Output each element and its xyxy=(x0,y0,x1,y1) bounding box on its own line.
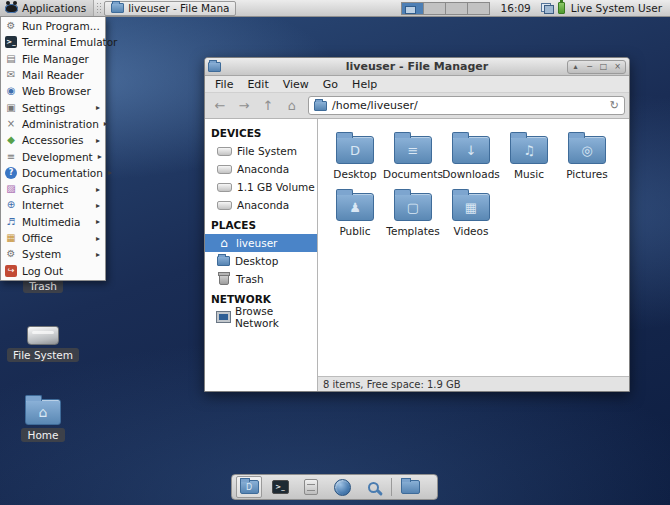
applications-label: Applications xyxy=(22,2,86,14)
clock[interactable]: 16:09 xyxy=(495,2,537,14)
submenu-arrow-icon: ▸ xyxy=(104,119,108,128)
menu-item-development[interactable]: ≡ Development ▸ xyxy=(1,148,105,164)
folder-documents[interactable]: ≡ Documents xyxy=(384,131,442,180)
menu-edit[interactable]: Edit xyxy=(240,78,275,91)
network-icon[interactable] xyxy=(541,3,554,14)
menu-item-graphics[interactable]: ▨ Graphics ▸ xyxy=(1,181,105,197)
battery-icon[interactable] xyxy=(558,2,565,14)
folder-desktop[interactable]: D Desktop xyxy=(326,131,384,180)
folder-icon: ♟ xyxy=(336,193,374,221)
log-out-icon: ↪ xyxy=(5,265,17,277)
folder-pictures[interactable]: ◎ Pictures xyxy=(558,131,616,180)
dock-item-file-manager[interactable] xyxy=(298,476,324,498)
desktop-icon-label: Trash xyxy=(23,279,63,293)
shade-button[interactable]: ▴ xyxy=(569,61,582,73)
submenu-arrow-icon: ▸ xyxy=(96,234,100,243)
dock-item-terminal[interactable]: >_ xyxy=(267,476,293,498)
dock-item-web-browser[interactable] xyxy=(329,476,355,498)
menu-item-label: System xyxy=(22,248,61,260)
minimize-button[interactable]: − xyxy=(583,61,596,73)
folder-icon xyxy=(111,3,124,13)
desktop-icon-home[interactable]: ⌂ Home xyxy=(5,394,81,442)
dock-item-search[interactable] xyxy=(360,476,386,498)
dock-item-folder[interactable] xyxy=(397,476,423,498)
folder-templates[interactable]: ▢ Templates xyxy=(384,188,442,237)
submenu-arrow-icon: ▸ xyxy=(96,103,100,112)
menu-item-office[interactable]: ▦ Office ▸ xyxy=(1,230,105,246)
sidebar-item-volume[interactable]: 1.1 GB Volume xyxy=(205,178,317,196)
sidebar-item-label: Trash xyxy=(236,273,264,285)
sidebar-item-label: Desktop xyxy=(235,255,278,267)
maximize-button[interactable]: □ xyxy=(597,61,610,73)
file-cabinet-icon xyxy=(304,479,318,495)
dock-separator xyxy=(391,478,392,496)
folder-videos[interactable]: ▦ Videos xyxy=(442,188,500,237)
taskbar-item-file-manager[interactable]: liveuser - File Manager xyxy=(104,1,236,16)
dock-item-desktop[interactable]: D xyxy=(236,476,262,498)
menu-item-administration[interactable]: × Administration ▸ xyxy=(1,116,105,132)
window-controls: ▴ − □ × xyxy=(567,60,626,74)
workspace-3[interactable] xyxy=(445,2,468,15)
sidebar-item-label: Anaconda xyxy=(237,163,289,175)
mail-icon: ✉ xyxy=(5,69,17,81)
menu-go[interactable]: Go xyxy=(316,78,345,91)
workspace-2[interactable] xyxy=(423,2,446,15)
submenu-arrow-icon: ▸ xyxy=(96,185,100,194)
menu-file[interactable]: File xyxy=(208,78,240,91)
sidebar-item-liveuser[interactable]: ⌂ liveuser xyxy=(205,234,317,252)
workspace-4[interactable] xyxy=(467,2,490,15)
sidebar-item-browse-network[interactable]: Browse Network xyxy=(205,308,317,326)
workspace-switcher[interactable] xyxy=(402,2,490,15)
back-button[interactable]: ← xyxy=(209,96,231,116)
menu-item-multimedia[interactable]: ♬ Multimedia ▸ xyxy=(1,214,105,230)
development-icon: ≡ xyxy=(5,151,17,163)
folder-downloads[interactable]: ↓ Downloads xyxy=(442,131,500,180)
menu-help[interactable]: Help xyxy=(345,78,384,91)
sidebar: DEVICES File System Anaconda 1.1 GB Volu… xyxy=(205,119,318,391)
sidebar-item-file-system[interactable]: File System xyxy=(205,142,317,160)
workspace-1[interactable] xyxy=(401,2,424,15)
tools-icon: × xyxy=(5,118,17,130)
file-manager-window: liveuser - File Manager ▴ − □ × File Edi… xyxy=(204,57,630,392)
path-input[interactable]: /home/liveuser/ ↻ xyxy=(308,96,625,115)
home-button[interactable]: ⌂ xyxy=(281,96,303,116)
close-button[interactable]: × xyxy=(611,61,624,73)
folder-public[interactable]: ♟ Public xyxy=(326,188,384,237)
menu-item-file-manager[interactable]: ▤ File Manager xyxy=(1,51,105,67)
menu-item-system[interactable]: ⚙ System ▸ xyxy=(1,246,105,262)
trash-icon xyxy=(219,274,229,285)
sidebar-item-trash[interactable]: Trash xyxy=(205,270,317,288)
menu-item-label: Multimedia xyxy=(22,216,80,228)
menu-item-terminal-emulator[interactable]: >_ Terminal Emulator xyxy=(1,34,105,50)
menu-item-mail-reader[interactable]: ✉ Mail Reader xyxy=(1,67,105,83)
reload-icon[interactable]: ↻ xyxy=(610,99,619,112)
folder-name: Templates xyxy=(386,225,439,237)
folder-music[interactable]: ♫ Music xyxy=(500,131,558,180)
sidebar-item-label: Anaconda xyxy=(237,199,289,211)
sidebar-item-label: liveuser xyxy=(236,237,277,249)
folder-icon: D xyxy=(336,136,374,164)
menu-item-label: Documentation xyxy=(22,167,103,179)
menu-item-accessories[interactable]: ◆ Accessories ▸ xyxy=(1,132,105,148)
menu-item-internet[interactable]: ⊕ Internet ▸ xyxy=(1,197,105,213)
hard-drive-icon xyxy=(27,326,59,345)
desktop-icon-filesystem[interactable]: File System xyxy=(5,326,81,362)
window-titlebar[interactable]: liveuser - File Manager ▴ − □ × xyxy=(205,58,629,76)
drive-icon xyxy=(217,201,232,210)
sidebar-item-desktop[interactable]: Desktop xyxy=(205,252,317,270)
main-column: D Desktop ≡ Documents ↓ Downloads ♫ Musi… xyxy=(318,119,629,391)
submenu-arrow-icon: ▸ xyxy=(96,250,100,259)
applications-menu: ⚙ Run Program... >_ Terminal Emulator ▤ … xyxy=(0,17,106,281)
forward-button[interactable]: → xyxy=(233,96,255,116)
sidebar-item-anaconda-2[interactable]: Anaconda xyxy=(205,196,317,214)
menu-item-run-program[interactable]: ⚙ Run Program... xyxy=(1,18,105,34)
menu-item-settings[interactable]: ▣ Settings ▸ xyxy=(1,99,105,115)
menu-item-documentation[interactable]: ? Documentation ▸ xyxy=(1,165,105,181)
menu-item-label: Terminal Emulator xyxy=(22,36,117,48)
applications-menu-button[interactable]: Applications xyxy=(0,0,94,16)
menu-view[interactable]: View xyxy=(276,78,316,91)
menu-item-log-out[interactable]: ↪ Log Out xyxy=(1,262,105,278)
up-button[interactable]: ↑ xyxy=(257,96,279,116)
sidebar-item-anaconda-1[interactable]: Anaconda xyxy=(205,160,317,178)
menu-item-web-browser[interactable]: ◉ Web Browser xyxy=(1,83,105,99)
